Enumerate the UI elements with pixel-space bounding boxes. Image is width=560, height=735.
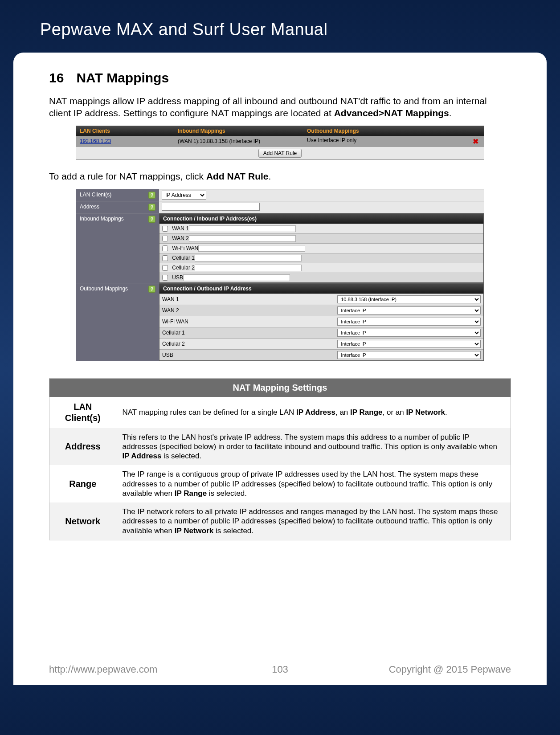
inbound-wan-row: WAN 2 (159, 233, 483, 243)
inbound-wan-checkbox[interactable]: Cellular 2 (162, 265, 195, 271)
setting-description: NAT mapping rules can be defined for a s… (116, 397, 511, 428)
inbound-inner-header: Connection / Inbound IP Address(es) (159, 214, 483, 224)
inbound-ip-field[interactable] (189, 235, 296, 242)
outbound-ip-select[interactable]: 10.88.3.158 (Interface IP) (337, 295, 481, 303)
outbound-wan-row: Cellular 2Interface IP (159, 338, 483, 349)
manual-title: Pepwave MAX and Surf User Manual (40, 20, 520, 39)
col-lan-clients: LAN Clients (76, 126, 174, 136)
delete-icon[interactable]: ✖ (473, 137, 484, 146)
setting-description: The IP network refers to all private IP … (116, 502, 511, 540)
inbound-ip-field[interactable] (195, 265, 302, 271)
form-row-address: Address ? (76, 201, 484, 213)
help-icon[interactable]: ? (148, 192, 155, 199)
footer-url: http://www.pepwave.com (49, 664, 157, 675)
outbound-wan-name: Cellular 2 (162, 341, 337, 347)
outbound-inner-header: Connection / Outbound IP Address (159, 284, 483, 294)
outbound-ip-select[interactable]: Interface IP (337, 351, 481, 359)
setting-name: Range (49, 465, 116, 502)
outbound-value: Use Interface IP only (307, 137, 356, 146)
col-inbound: Inbound Mappings (174, 126, 303, 136)
page-footer: http://www.pepwave.com 103 Copyright @ 2… (49, 664, 511, 675)
outbound-wan-row: Cellular 1Interface IP (159, 327, 483, 338)
section-heading: 16NAT Mappings (49, 70, 511, 86)
nat-mapping-settings-table: NAT Mapping Settings LAN Client(s)NAT ma… (49, 378, 511, 540)
lan-clients-label: LAN Client(s) (80, 192, 111, 198)
outbound-wan-row: Wi-Fi WANInterface IP (159, 316, 483, 327)
inbound-wan-checkbox[interactable]: WAN 1 (162, 225, 189, 232)
section-title: NAT Mappings (76, 70, 169, 85)
setting-description: The IP range is a contiguous group of pr… (116, 465, 511, 502)
outbound-wan-row: WAN 110.88.3.158 (Interface IP) (159, 294, 483, 305)
inbound-wan-checkbox[interactable]: USB (162, 274, 183, 281)
outbound-ip-select[interactable]: Interface IP (337, 329, 481, 337)
lan-client-link[interactable]: 192.168.1.23 (80, 138, 111, 144)
outbound-ip-select[interactable]: Interface IP (337, 340, 481, 348)
inbound-wan-row: WAN 1 (159, 224, 483, 233)
outbound-ip-select[interactable]: Interface IP (337, 318, 481, 326)
inbound-wan-checkbox[interactable]: Cellular 1 (162, 255, 195, 261)
setting-name: LAN Client(s) (49, 397, 116, 428)
inbound-wan-row: Cellular 1 (159, 253, 483, 263)
setting-description: This refers to the LAN host's private IP… (116, 428, 511, 466)
outbound-inner-table: Connection / Outbound IP Address WAN 110… (159, 283, 484, 361)
inbound-wan-checkbox[interactable]: Wi-Fi WAN (162, 245, 198, 251)
outbound-ip-select[interactable]: Interface IP (337, 306, 481, 314)
inbound-ip-field[interactable] (198, 245, 305, 252)
settings-row: RangeThe IP range is a contiguous group … (49, 465, 511, 502)
settings-row: LAN Client(s)NAT mapping rules can be de… (49, 397, 511, 428)
outbound-wan-row: WAN 2Interface IP (159, 305, 483, 316)
nat-rule-form: LAN Client(s) ? IP Address Address ? Inb… (76, 189, 484, 361)
inbound-wan-row: USB (159, 273, 483, 282)
outbound-label: Outbound Mappings (80, 286, 128, 292)
form-row-outbound: Outbound Mappings ? Connection / Outboun… (76, 283, 484, 361)
nat-list-header: LAN Clients Inbound Mappings Outbound Ma… (76, 126, 484, 136)
content-area: 16NAT Mappings NAT mappings allow IP add… (13, 53, 547, 685)
outbound-wan-name: WAN 1 (162, 296, 337, 302)
settings-row: NetworkThe IP network refers to all priv… (49, 502, 511, 540)
inbound-ip-field[interactable] (195, 255, 302, 261)
inbound-value: (WAN 1):10.88.3.158 (Interface IP) (174, 137, 303, 146)
help-icon[interactable]: ? (148, 204, 155, 211)
nat-mappings-list: LAN Clients Inbound Mappings Outbound Ma… (76, 126, 484, 160)
nat-list-row: 192.168.1.23 (WAN 1):10.88.3.158 (Interf… (76, 136, 484, 147)
setting-name: Network (49, 502, 116, 540)
mid-paragraph: To add a rule for NAT mappings, click Ad… (49, 171, 511, 183)
col-outbound: Outbound Mappings (303, 126, 484, 136)
add-nat-rule-button[interactable]: Add NAT Rule (258, 149, 302, 158)
help-icon[interactable]: ? (148, 216, 155, 223)
form-row-lan-clients: LAN Client(s) ? IP Address (76, 189, 484, 201)
nat-list-footer: Add NAT Rule (76, 147, 484, 159)
inbound-inner-table: Connection / Inbound IP Address(es) WAN … (159, 213, 484, 283)
outbound-wan-name: WAN 2 (162, 307, 337, 314)
lan-clients-select[interactable]: IP Address (162, 191, 206, 200)
intro-paragraph: NAT mappings allow IP address mapping of… (49, 95, 511, 119)
address-input[interactable] (162, 203, 260, 211)
inbound-ip-field[interactable] (183, 274, 290, 281)
form-row-inbound: Inbound Mappings ? Connection / Inbound … (76, 213, 484, 283)
inbound-wan-row: Wi-Fi WAN (159, 243, 483, 253)
setting-name: Address (49, 428, 116, 466)
outbound-wan-name: Wi-Fi WAN (162, 318, 337, 325)
outbound-wan-name: Cellular 1 (162, 330, 337, 336)
inbound-label: Inbound Mappings (80, 216, 124, 222)
section-number: 16 (49, 70, 64, 85)
outbound-wan-row: USBInterface IP (159, 349, 483, 360)
footer-copyright: Copyright @ 2015 Pepwave (389, 664, 511, 675)
address-label: Address (80, 204, 99, 210)
outbound-wan-name: USB (162, 352, 337, 358)
inbound-ip-field[interactable] (189, 225, 296, 232)
footer-page: 103 (272, 664, 288, 675)
inbound-wan-row: Cellular 2 (159, 263, 483, 273)
page-header: Pepwave MAX and Surf User Manual (0, 0, 560, 53)
inbound-wan-checkbox[interactable]: WAN 2 (162, 235, 189, 241)
settings-title: NAT Mapping Settings (49, 378, 511, 397)
settings-row: AddressThis refers to the LAN host's pri… (49, 428, 511, 466)
help-icon[interactable]: ? (148, 286, 155, 293)
